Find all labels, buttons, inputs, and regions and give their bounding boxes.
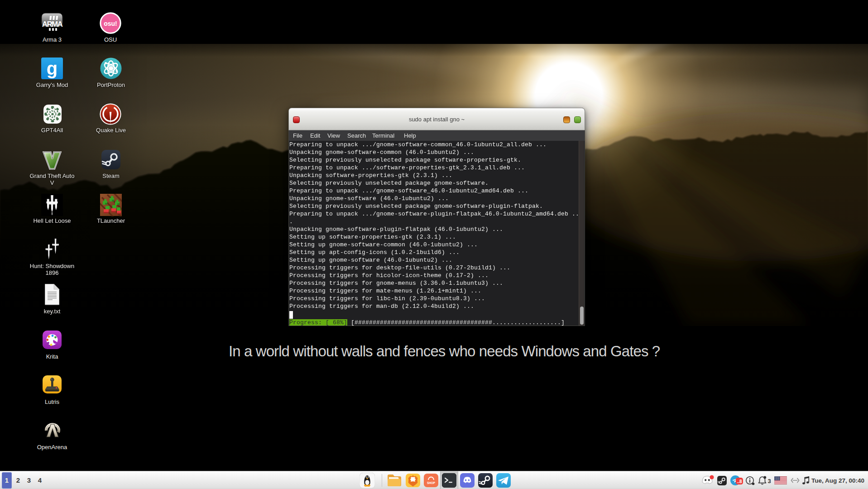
svg-text:g: g xyxy=(47,58,58,78)
svg-text:3: 3 xyxy=(768,478,771,484)
svg-text:osu!: osu! xyxy=(104,20,117,27)
svg-text:..8: ..8 xyxy=(737,479,742,484)
svg-text:ARMA: ARMA xyxy=(42,20,63,29)
svg-text:SHOP: SHOP xyxy=(427,481,436,484)
